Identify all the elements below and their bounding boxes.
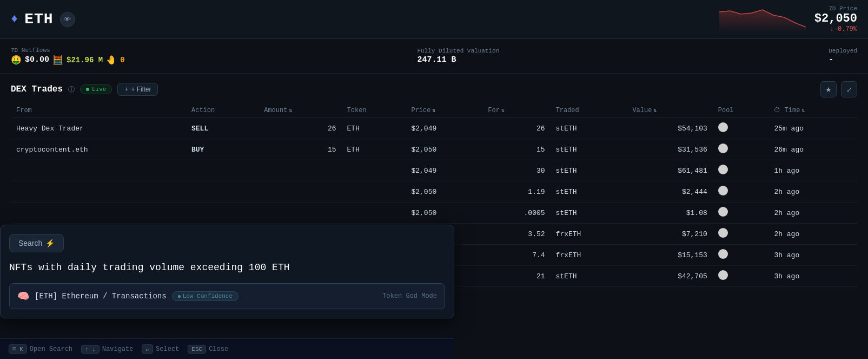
- price-value: $2,050: [814, 12, 857, 25]
- cell-price: $2,049: [406, 160, 482, 181]
- netflows-third: 0: [120, 56, 124, 64]
- dex-header: DEX Trades ⓘ Live + + Filter ★ ⤢: [11, 81, 857, 97]
- netflows-secondary: $21.96 M: [67, 56, 103, 64]
- search-icon: ⚡: [45, 239, 55, 247]
- cell-action: SELL: [186, 118, 259, 139]
- cell-pool: [713, 203, 769, 224]
- price-change: ↓-0.79%: [814, 25, 857, 33]
- kbd-arrows: ↑ ↓: [81, 345, 100, 354]
- kbd-esc: ESC: [188, 345, 206, 354]
- cell-time: 1h ago: [768, 160, 857, 181]
- confidence-label: Low Confidence: [183, 293, 233, 299]
- cell-value: $42,705: [627, 266, 712, 287]
- deployed-value: -: [829, 55, 857, 64]
- cell-token: [342, 160, 406, 181]
- price-chart-area: 7D Price $2,050 ↓-0.79%: [719, 5, 857, 33]
- cell-action: [186, 181, 259, 203]
- search-button[interactable]: Search ⚡: [9, 234, 64, 252]
- cell-value: $15,153: [627, 245, 712, 266]
- cell-pool: [713, 266, 769, 287]
- table-row[interactable]: cryptocontent.eth BUY 15 ETH $2,050 15 s…: [11, 139, 857, 160]
- cell-value: $2,444: [627, 181, 712, 203]
- netflows-value-row: 🤑 $0.00 🧮 $21.96 M 🤚 0: [11, 55, 125, 66]
- search-result-left: 🧠 [ETH] Ethereum / Transactions Low Conf…: [17, 290, 238, 302]
- cell-pool: [713, 181, 769, 203]
- cell-from: [11, 160, 186, 181]
- cell-for: 26: [482, 118, 550, 139]
- watch-button[interactable]: 👁: [60, 12, 75, 27]
- cell-token: [342, 203, 406, 224]
- dex-title: DEX Trades: [11, 84, 63, 94]
- cell-token: [342, 181, 406, 203]
- cell-value: $61,481: [627, 160, 712, 181]
- fdv-stat: Fully Diluted Valuation 247.11 B: [417, 48, 536, 64]
- cell-traded: stETH: [551, 118, 627, 139]
- search-overlay: Search ⚡ NFTs with daily trading volume …: [0, 225, 454, 318]
- table-row[interactable]: Heavy Dex Trader SELL 26 ETH $2,049 26 s…: [11, 118, 857, 139]
- col-amount[interactable]: Amount⇅: [259, 103, 341, 118]
- cell-action: BUY: [186, 139, 259, 160]
- netflows-emoji: 🤑: [11, 55, 22, 66]
- cell-amount: 26: [259, 118, 341, 139]
- bottom-bar: ⌘ K Open Search ↑ ↓ Navigate ↵ Select ES…: [0, 338, 454, 359]
- cell-from: [11, 203, 186, 224]
- shortcut-close: ESC Close: [188, 345, 228, 354]
- col-value[interactable]: Value⇅: [627, 103, 712, 118]
- close-label: Close: [209, 345, 228, 353]
- deployed-stat: Deployed -: [829, 48, 857, 64]
- brain-icon: 🧠: [17, 290, 29, 302]
- cell-value: $54,103: [627, 118, 712, 139]
- col-for[interactable]: For⇅: [482, 103, 550, 118]
- fdv-value: 247.11 B: [417, 55, 536, 64]
- search-label: Search: [18, 239, 42, 247]
- shortcut-navigate: ↑ ↓ Navigate: [81, 345, 133, 354]
- stats-bar: 7D Netflows 🤑 $0.00 🧮 $21.96 M 🤚 0 Fully…: [0, 39, 868, 74]
- select-label: Select: [156, 345, 179, 353]
- cell-pool: [713, 224, 769, 245]
- cell-time: 2h ago: [768, 181, 857, 203]
- table-row[interactable]: $2,049 30 stETH $61,481 1h ago: [11, 160, 857, 181]
- result-name: [ETH] Ethereum / Transactions: [35, 292, 167, 301]
- eth-logo-icon: ♦: [11, 12, 18, 26]
- table-header-row: From Action Amount⇅ Token Price⇅ For⇅ Tr…: [11, 103, 857, 118]
- header-left: ♦ ETH 👁: [11, 11, 75, 28]
- live-badge: Live: [80, 84, 112, 94]
- cell-for: .0005: [482, 203, 550, 224]
- price-info: 7D Price $2,050 ↓-0.79%: [814, 5, 857, 33]
- col-price[interactable]: Price⇅: [406, 103, 482, 118]
- cell-traded: stETH: [551, 203, 627, 224]
- table-row[interactable]: $2,050 .0005 stETH $1.08 2h ago: [11, 203, 857, 224]
- netflows-value: $0.00: [25, 55, 49, 64]
- cell-action: [186, 203, 259, 224]
- star-button[interactable]: ★: [820, 81, 837, 97]
- netflows-stat: 7D Netflows 🤑 $0.00 🧮 $21.96 M 🤚 0: [11, 47, 125, 66]
- cell-traded: stETH: [551, 160, 627, 181]
- cell-traded: stETH: [551, 181, 627, 203]
- search-result-item[interactable]: 🧠 [ETH] Ethereum / Transactions Low Conf…: [9, 283, 445, 309]
- filter-label: + Filter: [131, 86, 151, 93]
- cell-amount: [259, 181, 341, 203]
- cell-amount: [259, 160, 341, 181]
- table-row[interactable]: $2,050 1.19 stETH $2,444 2h ago: [11, 181, 857, 203]
- filter-icon: +: [124, 86, 128, 93]
- netflows-third-emoji: 🤚: [106, 55, 117, 66]
- fdv-label: Fully Diluted Valuation: [417, 48, 536, 54]
- token-name: ETH: [24, 11, 53, 28]
- svg-marker-0: [719, 10, 806, 32]
- cell-for: 3.52: [482, 224, 550, 245]
- live-label: Live: [92, 86, 106, 93]
- cell-value: $1.08: [627, 203, 712, 224]
- col-time[interactable]: ⏱ Time⇅: [768, 103, 857, 118]
- cell-for: 1.19: [482, 181, 550, 203]
- col-from: From: [11, 103, 186, 118]
- cell-price: $2,050: [406, 139, 482, 160]
- navigate-label: Navigate: [102, 345, 134, 353]
- cell-price: $2,049: [406, 118, 482, 139]
- info-icon[interactable]: ⓘ: [68, 85, 75, 94]
- header-right: 7D Price $2,050 ↓-0.79%: [719, 5, 857, 33]
- cell-action: [186, 160, 259, 181]
- filter-button[interactable]: + + Filter: [117, 83, 158, 96]
- live-dot: [86, 88, 89, 91]
- cell-pool: [713, 118, 769, 139]
- expand-button[interactable]: ⤢: [841, 81, 857, 97]
